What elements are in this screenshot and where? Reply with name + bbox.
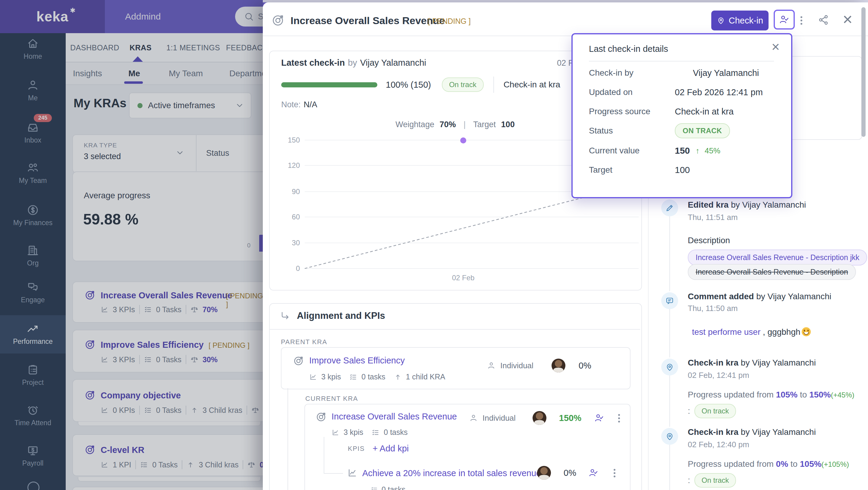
- target-icon: [315, 411, 327, 423]
- close-icon[interactable]: ×: [843, 11, 852, 28]
- progress-update-line: Progress updated from 105% to 150%(+45%): [688, 390, 855, 400]
- ytick: 150: [288, 136, 300, 144]
- weightage-value: 70%: [439, 120, 456, 129]
- target-value: 100: [501, 120, 515, 129]
- pin-icon: [661, 428, 678, 445]
- activity-action: Edited kra: [688, 200, 728, 209]
- target-icon: [271, 13, 285, 27]
- xtick: 02 Feb: [452, 274, 475, 282]
- app-root: keka ✱ Addmind Search employees or actio…: [0, 0, 868, 490]
- alignment-header: Alignment and KPIs: [297, 310, 385, 321]
- activity-by: by Vijay Yalamanchi: [738, 358, 816, 367]
- parent-kra-row[interactable]: Improve Sales Efficiency 3 kpis 0 tasks …: [281, 347, 630, 389]
- avatar: [552, 359, 565, 372]
- last-checkin-popover: Last check-in details × Check-in by Vija…: [571, 33, 792, 198]
- current-kra-row[interactable]: Increase Overall Sales Revenue 3 kpis 0 …: [304, 404, 630, 490]
- comment-body: test performe user , gggbhgh: [692, 327, 811, 337]
- target-value: 100: [675, 165, 690, 175]
- progress-delta: (+105%): [822, 460, 849, 468]
- comment-text: , gggbhgh: [761, 327, 800, 337]
- activity-title: Check-in kra by Vijay Yalamanchi: [688, 358, 816, 368]
- avatar: [537, 466, 551, 480]
- more-options-icon[interactable]: [801, 16, 802, 18]
- alignment-card: Alignment and KPIs PARENT KRA Improve Sa…: [269, 303, 642, 490]
- activity-title: Comment added by Vijay Yalamanchi: [688, 292, 831, 301]
- person-check-icon: [779, 14, 789, 25]
- checkin-source: Check-in at kra: [504, 80, 560, 90]
- parent-children: 1 child KRA: [406, 372, 445, 381]
- checkin-progress-bar: [281, 82, 377, 87]
- colon: :: [688, 406, 690, 416]
- modal-title: Increase Overall Sales Revenue: [290, 15, 445, 27]
- activity-title: Edited kra by Vijay Yalamanchi: [688, 200, 806, 210]
- check-in-label: Check-in: [729, 16, 763, 26]
- target-label: Target: [589, 165, 613, 175]
- current-kpis: 3 kpis: [344, 428, 363, 437]
- kpi-icon: [347, 468, 358, 478]
- comment-icon: [661, 292, 678, 309]
- ytick: 60: [292, 213, 300, 221]
- kpi-progress: 0%: [564, 468, 576, 478]
- parent-kra-title[interactable]: Improve Sales Efficiency: [309, 356, 405, 366]
- current-kra-title[interactable]: Increase Overall Sales Revenue: [332, 412, 457, 422]
- on-track-badge: ON TRACK: [675, 123, 730, 138]
- scrollbar-thumb[interactable]: [861, 7, 866, 137]
- modal-backdrop[interactable]: [0, 0, 263, 490]
- kpi-icon: [309, 373, 317, 381]
- delta-value: 45%: [705, 146, 720, 155]
- current-kra-label: CURRENT KRA: [305, 395, 358, 403]
- last-checkin-details-button[interactable]: [774, 10, 795, 30]
- timeline-line: [670, 216, 670, 291]
- current-value-label: Current value: [589, 146, 640, 155]
- close-icon[interactable]: ×: [772, 40, 780, 54]
- legend-divider: |: [464, 120, 466, 129]
- more-options-icon[interactable]: [614, 469, 615, 471]
- on-track-pill: On track: [694, 473, 736, 488]
- more-options-icon[interactable]: [618, 414, 620, 416]
- modal-status-badge: [ PENDING ]: [428, 17, 471, 26]
- person-check-icon[interactable]: [594, 413, 604, 423]
- child-kra-icon: [394, 373, 402, 381]
- activity-time: 02 Feb, 12:41 pm: [688, 371, 749, 380]
- tree-connector: [324, 473, 343, 474]
- mention-link[interactable]: test performe user: [692, 327, 761, 337]
- current-tasks: 0 tasks: [384, 428, 407, 437]
- activity-action: Comment added: [688, 292, 754, 301]
- description-new-pill: Increase Overall Sales Revenue - Descrip…: [688, 249, 867, 266]
- checkin-data-point[interactable]: [460, 137, 466, 144]
- current-value: 150: [675, 146, 690, 156]
- progress-from: 105%: [776, 390, 798, 399]
- progress-from: 0%: [776, 459, 788, 469]
- activity-action: Check-in kra: [688, 358, 738, 367]
- pencil-icon: [661, 200, 678, 216]
- add-kpi-button[interactable]: + Add kpi: [373, 443, 409, 454]
- parent-kpis: 3 kpis: [321, 372, 341, 381]
- current-type: Individual: [483, 414, 516, 423]
- kpi-title[interactable]: Achieve a 20% increase in total sales re…: [362, 468, 541, 478]
- divider: [493, 76, 494, 93]
- backdrop-strip: [263, 0, 868, 2]
- person-check-icon[interactable]: [588, 468, 598, 478]
- parent-type: Individual: [500, 361, 533, 370]
- note-label: Note:: [281, 100, 301, 110]
- activity-time: Thu, 11:51 am: [688, 213, 738, 222]
- progress-text: Progress updated from: [688, 459, 776, 469]
- person-icon: [487, 361, 495, 370]
- progress-to: 105%: [800, 459, 822, 469]
- weightage-label: Weightage: [396, 120, 434, 129]
- pin-icon: [661, 359, 678, 375]
- up-arrow-icon: ↑: [695, 146, 700, 155]
- activity-title: Check-in kra by Vijay Yalamanchi: [688, 427, 816, 437]
- check-in-button[interactable]: Check-in: [711, 10, 769, 30]
- parent-kra-label: PARENT KRA: [281, 338, 327, 346]
- activity-time: 02 Feb, 12:40 pm: [688, 440, 749, 449]
- progress-to: 150%: [809, 390, 831, 399]
- share-icon[interactable]: [818, 14, 829, 25]
- updated-on-label: Updated on: [589, 87, 632, 97]
- corner-down-right-icon: [280, 311, 290, 321]
- checkin-author: Vijay Yalamanchi: [360, 58, 426, 68]
- progress-text: to: [798, 390, 809, 399]
- note-value: N/A: [304, 100, 317, 110]
- progress-source-value: Check-in at kra: [675, 107, 734, 117]
- activity-action: Check-in kra: [688, 427, 738, 437]
